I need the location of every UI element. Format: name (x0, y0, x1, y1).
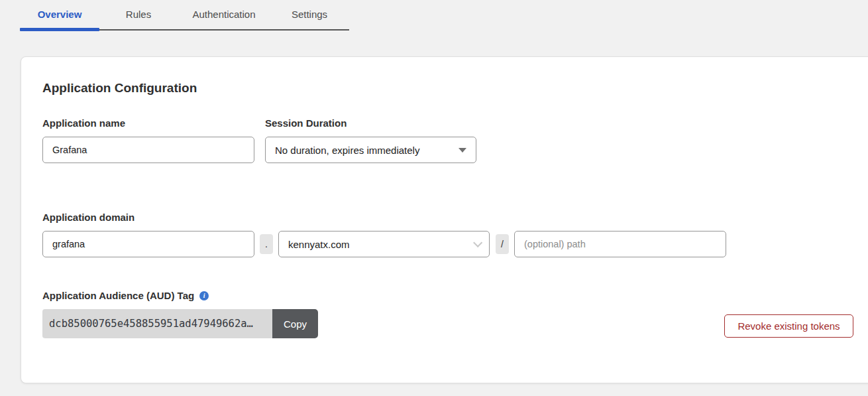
aud-tag-label: Application Audience (AUD) Tag i (42, 290, 209, 301)
application-name-input[interactable] (42, 137, 254, 163)
domain-slash-separator: / (496, 234, 509, 254)
session-duration-selected-value: No duration, expires immediately (275, 145, 419, 156)
application-configuration-card: Application Configuration Application na… (21, 56, 868, 383)
tab-settings[interactable]: Settings (292, 9, 327, 20)
dropdown-arrow-icon (459, 148, 466, 153)
domain-selected-value: kennyatx.com (288, 239, 350, 250)
aud-tag-value: dcb85000765e458855951ad47949662a… (42, 309, 272, 338)
access-application-config-screen: Overview Rules Authentication Settings A… (0, 0, 868, 396)
tab-overview[interactable]: Overview (38, 9, 82, 20)
info-icon[interactable]: i (199, 291, 209, 300)
application-name-label: Application name (42, 117, 125, 129)
domain-select[interactable]: kennyatx.com (278, 231, 490, 257)
tab-authentication[interactable]: Authentication (192, 9, 255, 20)
tab-rules[interactable]: Rules (126, 9, 151, 20)
subdomain-input[interactable] (42, 231, 254, 257)
copy-button[interactable]: Copy (272, 309, 318, 338)
active-tab-indicator (20, 28, 99, 31)
application-domain-label: Application domain (42, 212, 135, 223)
card-title: Application Configuration (42, 81, 197, 96)
chevron-down-icon (473, 238, 482, 247)
revoke-tokens-button[interactable]: Revoke existing tokens (724, 314, 853, 338)
session-duration-select[interactable]: No duration, expires immediately (265, 137, 476, 163)
session-duration-label: Session Duration (265, 117, 347, 129)
path-input[interactable] (514, 231, 726, 257)
domain-dot-separator: . (260, 234, 273, 254)
aud-tag-label-text: Application Audience (AUD) Tag (42, 290, 194, 301)
